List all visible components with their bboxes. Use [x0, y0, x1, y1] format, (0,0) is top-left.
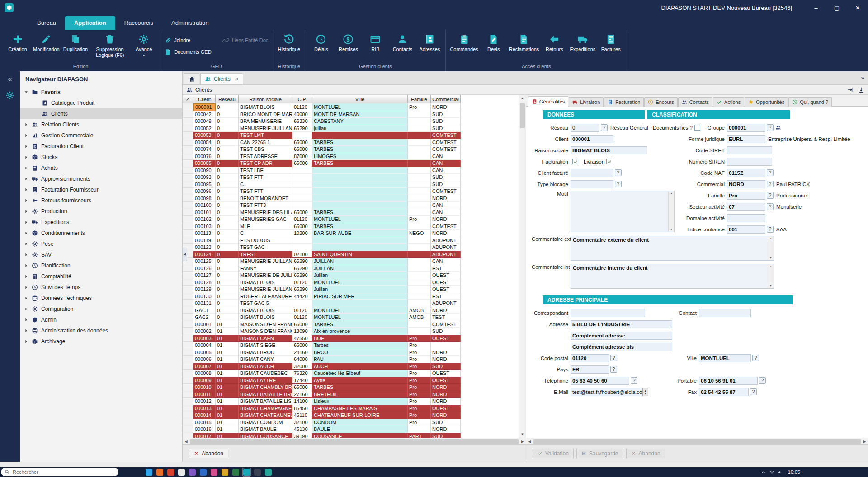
table-row[interactable]: 00000901BIGMAT AYTRE17440AytreProOUEST [183, 377, 461, 384]
chevron-right-icon[interactable] [24, 296, 28, 300]
menu-tab-administration[interactable]: Administration [162, 16, 217, 30]
cell-client[interactable]: GAC2 [193, 314, 216, 321]
row-selector[interactable] [183, 307, 193, 314]
taskbar-search-input[interactable]: Rechercher [1, 468, 118, 476]
help-button[interactable]: ? [750, 388, 757, 395]
row-selector[interactable] [183, 335, 193, 342]
abandon-button[interactable]: Abandon [626, 449, 665, 458]
table-row[interactable]: 00000301BIGMAT CAEN47550BOEProOUEST [183, 335, 461, 342]
cell-client[interactable]: 000102 [193, 216, 216, 223]
table-row[interactable]: GAC20BIGMAT BLOIS01120MONTLUELAMOBTEST [183, 314, 461, 321]
cell-raison-sociale[interactable]: ETS DUBOIS [239, 237, 292, 244]
sidebar-item-expeditions[interactable]: Expéditions [20, 217, 182, 228]
ribbon-button-devis[interactable]: Devis [481, 32, 507, 54]
cell-ville[interactable]: MONTLUEL [312, 103, 408, 111]
field-client[interactable]: 000001 [571, 135, 613, 143]
ribbon-button-reclamations[interactable]: Reclamations [508, 32, 541, 54]
row-selector[interactable] [183, 412, 193, 419]
clock[interactable]: 16:05 [788, 469, 800, 475]
cell-ville[interactable]: BROU [312, 349, 408, 356]
sidebar-item-sav[interactable]: SAV [20, 249, 182, 260]
table-row[interactable]: 0001250MENUISERIE JUILLANAIS65290JUILLAN… [183, 258, 461, 265]
cell-c-p[interactable]: 32100 [292, 419, 312, 426]
row-selector[interactable] [183, 160, 193, 167]
cell-ville[interactable]: TARBES [312, 384, 408, 391]
chevron-right-icon[interactable] [24, 122, 28, 127]
cell-commercial[interactable]: NORD [431, 426, 461, 433]
collapse-panel-handle[interactable]: ◀ [183, 248, 187, 261]
cell-c-p[interactable]: 65000 [292, 139, 312, 146]
row-selector[interactable] [183, 433, 193, 438]
cell-ville[interactable] [312, 181, 408, 188]
ribbon-button-delais[interactable]: Délais [308, 32, 334, 54]
cell-ville[interactable]: CABESTANY [312, 118, 408, 125]
table-row[interactable]: 00000801BIGMAT CAUDEBEC76320Caudebec-lès… [183, 370, 461, 377]
cell-c-p[interactable]: 65000 [292, 160, 312, 167]
cell-famille[interactable]: Pro [408, 342, 431, 349]
cell-famille[interactable]: Pro [408, 412, 431, 419]
cell-client[interactable]: 000090 [193, 167, 216, 174]
cell-reseau[interactable]: 0 [216, 237, 239, 244]
checkbox-livraison[interactable] [606, 159, 612, 164]
cell-c-p[interactable] [292, 300, 312, 307]
cell-commercial[interactable]: SUD [431, 181, 461, 188]
settings-gear-icon[interactable] [5, 91, 14, 100]
cell-reseau[interactable]: 0 [216, 286, 239, 293]
cell-c-p[interactable]: 65000 [292, 384, 312, 391]
sidebar-item-stocks[interactable]: Stocks [20, 152, 182, 163]
tray-chevron-up-icon[interactable] [761, 470, 766, 475]
cell-c-p[interactable]: 64000 [292, 356, 312, 363]
cell-reseau[interactable]: 01 [216, 349, 239, 356]
cell-commercial[interactable]: OUEST [431, 272, 461, 279]
table-row[interactable]: 00001401BIGMAT CHATEAUNEUF45110CHATEAUNE… [183, 412, 461, 419]
taskbar-app-teal[interactable] [265, 469, 272, 476]
ribbon-button-modification[interactable]: Modification [32, 32, 61, 54]
help-button[interactable]: ? [631, 377, 637, 384]
cell-reseau[interactable]: 01 [216, 391, 239, 398]
cell-ville[interactable]: LIMOGES [312, 153, 408, 160]
ribbon-button-duplication[interactable]: Duplication [62, 32, 89, 54]
cell-reseau[interactable]: 0 [216, 202, 239, 209]
cell-c-p[interactable]: 65290 [292, 265, 312, 272]
cell-commercial[interactable]: NORD [431, 391, 461, 398]
column-header-famille[interactable]: Famille [408, 95, 431, 103]
cell-reseau[interactable]: 01 [216, 419, 239, 426]
field-commercial[interactable]: NORD [727, 180, 765, 188]
cell-commercial[interactable]: SUD [431, 433, 461, 438]
cell-client[interactable]: 000017 [193, 433, 216, 438]
field-indice-confiance[interactable]: 001 [727, 225, 765, 234]
row-selector[interactable] [183, 405, 193, 412]
tab-actions[interactable]: Actions [713, 97, 744, 107]
cell-famille[interactable]: Pro [408, 398, 431, 405]
cell-raison-sociale[interactable]: MAISONS D'EN FRANCE [239, 321, 292, 328]
table-row[interactable]: 0001190ETS DUBOISADUPONT [183, 237, 461, 244]
row-selector[interactable] [183, 216, 193, 223]
ribbon-button-suppression-logique-f6[interactable]: Suppression Logique (F6) [90, 32, 130, 59]
cell-famille[interactable]: Pro [408, 363, 431, 370]
cell-ville[interactable] [312, 174, 408, 181]
ribbon-button-factures[interactable]: Factures [598, 32, 624, 54]
table-row[interactable]: 0001030MLE65000TARBESCOMTEST [183, 223, 461, 230]
cell-commercial[interactable]: ADUPONT [431, 251, 461, 258]
tab-qui-quand[interactable]: Qui, quand ? [788, 97, 832, 107]
cell-raison-sociale[interactable]: BIGMAT CHATEAUNEUF [239, 412, 292, 419]
chevron-right-icon[interactable] [24, 133, 28, 138]
help-button[interactable]: ? [759, 377, 766, 384]
row-selector[interactable] [183, 377, 193, 384]
chevron-right-icon[interactable] [24, 242, 28, 246]
cell-ville[interactable]: TARBES [312, 160, 408, 167]
cell-famille[interactable] [408, 426, 431, 433]
cell-ville[interactable] [312, 167, 408, 174]
users-icon[interactable] [775, 125, 781, 131]
cell-ville[interactable] [312, 195, 408, 202]
cell-commercial[interactable]: CAN [431, 202, 461, 209]
cell-c-p[interactable]: 01120 [292, 103, 312, 111]
cell-raison-sociale[interactable]: TEST GAC 5 [239, 300, 292, 307]
cell-client[interactable]: 000013 [193, 405, 216, 412]
row-selector[interactable] [183, 349, 193, 356]
cell-ville[interactable]: BAULE [312, 426, 408, 433]
cell-famille[interactable]: Pro [408, 391, 431, 398]
ribbon-button-documents-ged[interactable]: Documents GED [163, 48, 213, 56]
cell-client[interactable]: 000103 [193, 223, 216, 230]
cell-raison-sociale[interactable]: BIGMAT SIEGE [239, 342, 292, 349]
